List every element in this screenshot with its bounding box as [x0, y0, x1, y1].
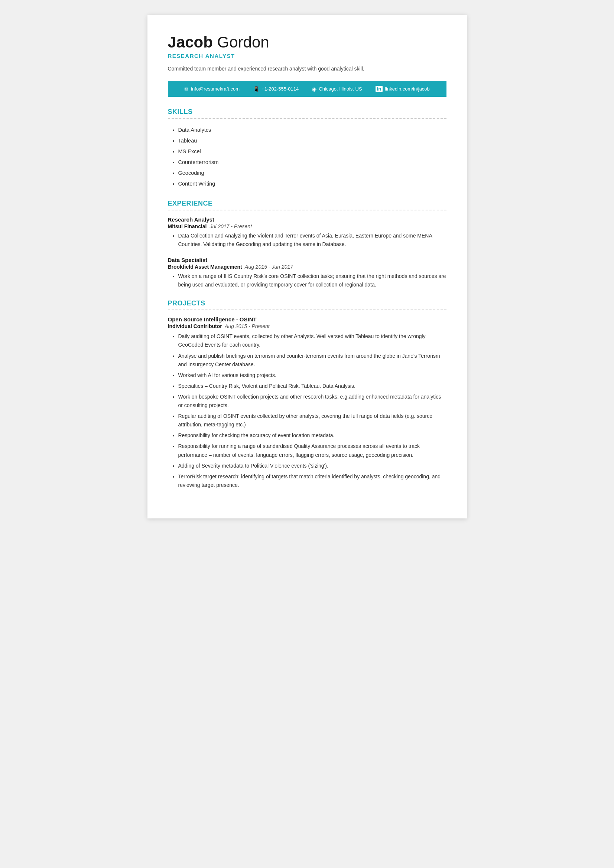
header-summary: Committed team member and experienced re…: [168, 65, 446, 73]
projects-divider: [168, 310, 446, 310]
proj-bullet: Responsibility for checking the accuracy…: [178, 431, 446, 440]
proj-bullet: Daily auditing of OSINT events, collecte…: [178, 332, 446, 349]
skill-item: Content Writing: [178, 178, 446, 189]
experience-divider: [168, 210, 446, 211]
proj-bullet: Adding of Severity metadata to Political…: [178, 462, 446, 470]
last-name: Gordon: [217, 33, 269, 51]
exp-bullet: Work on a range of IHS Country Risk's co…: [178, 272, 446, 289]
proj-bullet: Work on bespoke OSINT collection project…: [178, 393, 446, 410]
proj-name: Open Source Intelligence - OSINT: [168, 316, 446, 322]
exp-bullet: Data Collection and Analyzing the Violen…: [178, 232, 446, 249]
email-icon: ✉: [184, 86, 189, 92]
phone-text: +1-202-555-0114: [261, 86, 298, 91]
skills-list: Data AnalytcsTableauMS ExcelCounterterro…: [168, 125, 446, 189]
skill-item: Geocoding: [178, 168, 446, 178]
experience-list: Research AnalystMitsui Financial Jul 201…: [168, 216, 446, 289]
resume-container: Jacob Gordon RESEARCH ANALYST Committed …: [148, 15, 467, 518]
linkedin-icon: in: [376, 86, 383, 92]
location-icon: ◉: [312, 86, 317, 92]
contact-phone: 📱 +1-202-555-0114: [253, 86, 298, 92]
exp-role: Data Specialist: [168, 257, 446, 263]
location-text: Chicago, Illinois, US: [319, 86, 362, 91]
exp-company-line: Mitsui Financial Jul 2017 - Present: [168, 223, 446, 229]
projects-list: Open Source Intelligence - OSINTIndividu…: [168, 316, 446, 490]
experience-item: Research AnalystMitsui Financial Jul 201…: [168, 216, 446, 249]
proj-bullet: TerrorRisk target research; identifying …: [178, 473, 446, 490]
experience-item: Data SpecialistBrookfield Asset Manageme…: [168, 257, 446, 289]
linkedin-text: linkedin.com/in/jacob: [385, 86, 430, 91]
projects-section: PROJECTS Open Source Intelligence - OSIN…: [168, 299, 446, 490]
contact-location: ◉ Chicago, Illinois, US: [312, 86, 362, 92]
projects-title: PROJECTS: [168, 299, 446, 307]
proj-bullet: Specialties – Country Risk, Violent and …: [178, 382, 446, 391]
contact-bar: ✉ info@resumekraft.com 📱 +1-202-555-0114…: [168, 81, 446, 97]
proj-contributor-line: Individual Contributor Aug 2015 - Presen…: [168, 323, 446, 329]
skill-item: Counterterrorism: [178, 157, 446, 168]
exp-bullets: Data Collection and Analyzing the Violen…: [168, 232, 446, 249]
phone-icon: 📱: [253, 86, 259, 92]
first-name: Jacob: [168, 33, 213, 51]
skill-item: MS Excel: [178, 146, 446, 157]
proj-bullet: Worked with AI for various testing proje…: [178, 371, 446, 380]
skills-title: SKILLS: [168, 108, 446, 116]
contact-email: ✉ info@resumekraft.com: [184, 86, 239, 92]
contact-linkedin: in linkedin.com/in/jacob: [376, 86, 430, 92]
proj-bullet: Analyse and publish briefings on terrori…: [178, 352, 446, 369]
experience-section: EXPERIENCE Research AnalystMitsui Financ…: [168, 200, 446, 289]
header-name: Jacob Gordon: [168, 33, 446, 51]
proj-bullets: Daily auditing of OSINT events, collecte…: [168, 332, 446, 490]
proj-bullet: Responsibility for running a range of st…: [178, 442, 446, 459]
skill-item: Data Analytcs: [178, 125, 446, 135]
exp-company-line: Brookfield Asset Management Aug 2015 - J…: [168, 264, 446, 270]
skills-divider: [168, 118, 446, 119]
project-item: Open Source Intelligence - OSINTIndividu…: [168, 316, 446, 490]
skill-item: Tableau: [178, 135, 446, 146]
skills-section: SKILLS Data AnalytcsTableauMS ExcelCount…: [168, 108, 446, 189]
exp-role: Research Analyst: [168, 216, 446, 223]
exp-bullets: Work on a range of IHS Country Risk's co…: [168, 272, 446, 289]
proj-bullet: Regular auditing of OSINT events collect…: [178, 412, 446, 429]
experience-title: EXPERIENCE: [168, 200, 446, 208]
email-text: info@resumekraft.com: [191, 86, 239, 91]
header-title: RESEARCH ANALYST: [168, 53, 446, 59]
